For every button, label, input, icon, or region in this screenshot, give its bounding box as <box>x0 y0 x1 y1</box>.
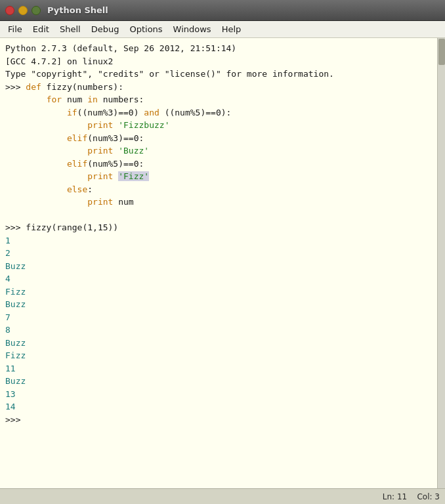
shell-output[interactable]: Python 2.7.3 (default, Sep 26 2012, 21:5… <box>0 38 437 488</box>
output-buzz-3: Buzz <box>5 337 432 350</box>
status-separator <box>410 492 415 501</box>
menu-debug[interactable]: Debug <box>86 23 125 35</box>
code-line-3: if((num%3)==0) and ((num%5)==0): <box>5 106 432 119</box>
shell-container: Python 2.7.3 (default, Sep 26 2012, 21:5… <box>0 38 445 488</box>
status-col: Col: 3 <box>417 492 440 501</box>
output-fizz-2: Fizz <box>5 349 432 362</box>
output-buzz-1: Buzz <box>5 260 432 273</box>
code-line-5: elif(num%3)==0: <box>5 132 432 145</box>
code-line-9: else: <box>5 183 432 196</box>
output-13: 13 <box>5 388 432 401</box>
prompt-line: >>> <box>5 413 432 427</box>
blank-line <box>5 209 432 222</box>
menubar: File Edit Shell Debug Options Windows He… <box>0 21 445 38</box>
menu-edit[interactable]: Edit <box>28 23 54 35</box>
menu-help[interactable]: Help <box>217 23 247 35</box>
scrollbar-thumb[interactable] <box>438 39 445 65</box>
maximize-button[interactable] <box>32 6 41 15</box>
output-4: 4 <box>5 272 432 285</box>
menu-file[interactable]: File <box>3 23 28 35</box>
intro-line-2: [GCC 4.7.2] on linux2 <box>5 55 432 68</box>
code-line-4: print 'Fizzbuzz' <box>5 119 432 132</box>
code-line-7: elif(num%5)==0: <box>5 158 432 171</box>
menu-shell[interactable]: Shell <box>54 23 86 35</box>
call-line: >>> fizzy(range(1,15)) <box>5 221 432 234</box>
code-line-10: print num <box>5 196 432 209</box>
output-1: 1 <box>5 234 432 247</box>
code-line-6: print 'Buzz' <box>5 144 432 158</box>
output-11: 11 <box>5 362 432 375</box>
output-buzz-4: Buzz <box>5 375 432 388</box>
code-line-2: for num in numbers: <box>5 93 432 106</box>
menu-windows[interactable]: Windows <box>168 23 217 35</box>
window-controls <box>5 6 41 15</box>
close-button[interactable] <box>5 6 14 15</box>
output-8: 8 <box>5 324 432 337</box>
code-line-1: >>> def fizzy(numbers): <box>5 81 432 94</box>
output-buzz-2: Buzz <box>5 298 432 311</box>
intro-line-1: Python 2.7.3 (default, Sep 26 2012, 21:5… <box>5 42 432 55</box>
menu-options[interactable]: Options <box>124 23 167 35</box>
output-14: 14 <box>5 400 432 413</box>
titlebar: Python Shell <box>0 0 445 21</box>
status-ln: Ln: 11 <box>383 492 407 501</box>
intro-line-3: Type "copyright", "credits" or "license(… <box>5 68 432 81</box>
code-line-8: print 'Fizz' <box>5 170 432 183</box>
window-title: Python Shell <box>47 5 108 15</box>
output-7: 7 <box>5 311 432 324</box>
scrollbar[interactable] <box>437 38 445 488</box>
minimize-button[interactable] <box>18 6 28 15</box>
statusbar: Ln: 11 Col: 3 <box>0 488 445 504</box>
status-ln-col: Ln: 11 Col: 3 <box>383 492 440 501</box>
output-2: 2 <box>5 247 432 260</box>
output-fizz-1: Fizz <box>5 285 432 299</box>
